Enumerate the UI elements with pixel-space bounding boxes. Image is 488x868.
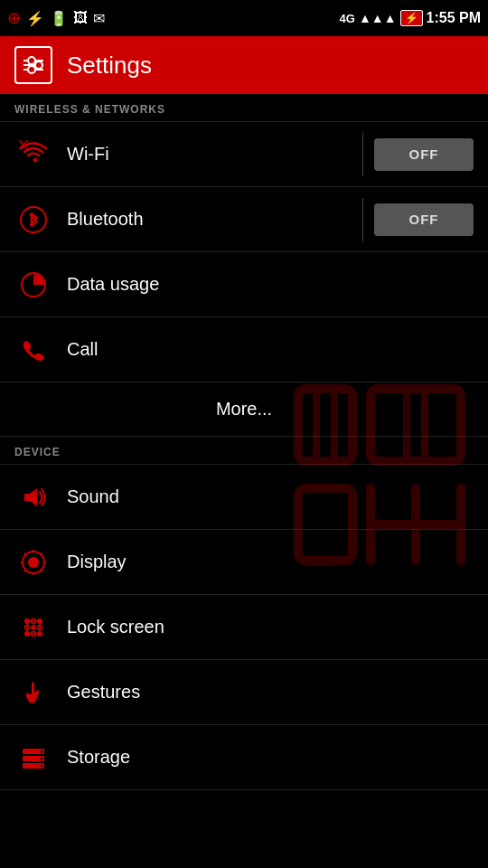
sound-label: Sound (67, 486, 474, 507)
gestures-label: Gestures (67, 682, 474, 703)
network-type: 4G (340, 12, 355, 25)
svg-point-31 (41, 750, 43, 752)
status-time: 1:55 PM (427, 10, 481, 26)
bluetooth-item[interactable]: Bluetooth OFF (0, 187, 488, 252)
svg-line-14 (24, 570, 26, 571)
display-icon (14, 543, 52, 581)
wifi-icon (14, 136, 52, 174)
wireless-networks-header: WIRELESS & NETWORKS (0, 94, 488, 122)
settings-icon-box (14, 46, 52, 84)
device-header: DEVICE (0, 437, 488, 465)
call-item[interactable]: Call (0, 317, 488, 382)
gestures-icon (14, 674, 52, 712)
more-item[interactable]: More... (0, 382, 488, 437)
top-bar: Settings (0, 36, 488, 94)
svg-marker-4 (24, 488, 37, 506)
wifi-label: Wi-Fi (67, 144, 362, 165)
status-bar: ⊕ ⚡ 🔋 🖼 ✉ 4G ▲▲▲ ⚡ 1:55 PM (0, 0, 488, 36)
call-icon (14, 331, 52, 369)
battery-icon: 🔋 (50, 10, 68, 27)
bluetooth-toggle[interactable]: OFF (374, 203, 474, 236)
email-icon: ✉ (93, 10, 105, 27)
wifi-toggle[interactable]: OFF (374, 138, 474, 171)
svg-point-27 (31, 625, 36, 630)
data-usage-item[interactable]: Data usage (0, 252, 488, 317)
wifi-divider (362, 133, 363, 176)
svg-line-12 (41, 570, 42, 571)
bluetooth-label: Bluetooth (67, 209, 362, 230)
android-icon: ⊕ (7, 8, 21, 28)
image-icon: 🖼 (73, 10, 88, 26)
sound-icon (14, 478, 52, 516)
wifi-item[interactable]: Wi-Fi OFF (0, 122, 488, 187)
signal-icon: ▲▲▲ (359, 11, 397, 25)
lock-screen-icon (14, 609, 52, 646)
svg-point-5 (28, 557, 39, 568)
svg-line-13 (41, 553, 42, 555)
lock-screen-label: Lock screen (67, 617, 474, 637)
more-label: More... (216, 399, 272, 420)
storage-icon (14, 739, 52, 777)
svg-point-2 (21, 207, 46, 232)
call-label: Call (67, 339, 474, 360)
bluetooth-divider (362, 198, 363, 241)
svg-line-11 (24, 553, 26, 555)
page-title: Settings (67, 52, 152, 80)
bluetooth-icon (14, 201, 52, 239)
display-item[interactable]: Display (0, 530, 488, 595)
lock-screen-item[interactable]: Lock screen (0, 595, 488, 660)
storage-item[interactable]: Storage (0, 725, 488, 790)
svg-point-32 (41, 757, 43, 760)
data-usage-icon (14, 266, 52, 304)
data-usage-label: Data usage (67, 274, 474, 295)
usb-icon: ⚡ (26, 10, 44, 27)
gestures-item[interactable]: Gestures (0, 660, 488, 725)
display-label: Display (67, 552, 474, 572)
sound-item[interactable]: Sound (0, 465, 488, 530)
storage-label: Storage (67, 747, 474, 768)
svg-point-33 (41, 764, 43, 767)
battery-charging-icon: ⚡ (400, 10, 423, 26)
